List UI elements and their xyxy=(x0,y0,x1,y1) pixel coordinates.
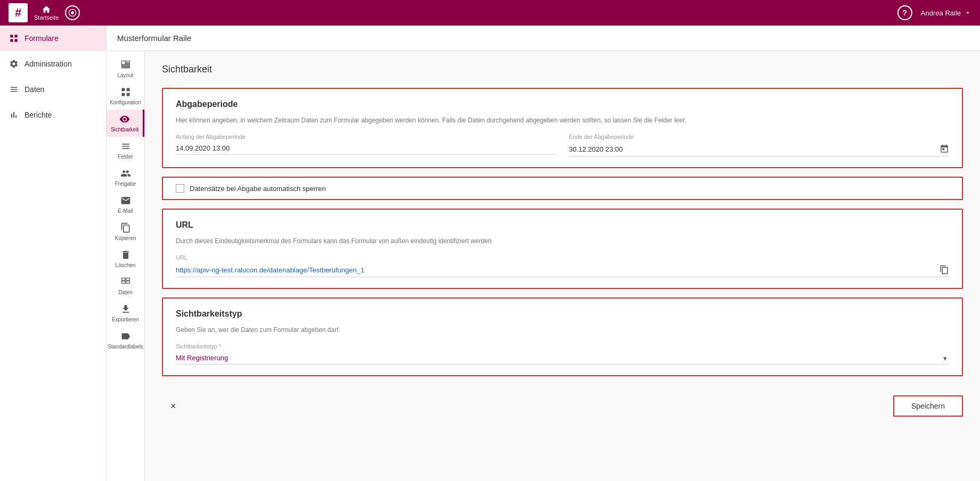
save-button[interactable]: Speichern xyxy=(893,395,963,417)
app-logo[interactable]: # xyxy=(9,3,28,22)
icon-sidebar-item-exportieren[interactable]: Exportieren xyxy=(107,300,144,327)
start-label: Anfang der Abgabeperiode xyxy=(176,134,556,140)
icon-sidebar-item-freigabe[interactable]: Freigabe xyxy=(107,164,144,191)
svg-rect-10 xyxy=(121,67,129,68)
svg-rect-6 xyxy=(121,61,125,65)
sichtbarkeitstyp-title: Sichtbarkeitstyp xyxy=(176,309,949,319)
svg-rect-4 xyxy=(10,39,13,42)
exportieren-icon xyxy=(120,304,131,314)
berichte-label: Berichte xyxy=(24,111,52,119)
sichtbarkeitstyp-select[interactable]: Öffentlich Mit Registrierung Privat xyxy=(176,352,949,364)
main-content: Sichtbarkeit Abgabeperiode Hier können a… xyxy=(145,51,980,481)
start-field-group: Anfang der Abgabeperiode 14.09.2020 13:0… xyxy=(176,134,556,156)
icon-sidebar-item-felder[interactable]: Felder xyxy=(107,137,144,164)
autosperren-row[interactable]: Datensätze bei Abgabe automatisch sperre… xyxy=(162,177,963,200)
svg-rect-17 xyxy=(126,278,129,280)
freigabe-label: Freigabe xyxy=(115,181,136,187)
cancel-button[interactable]: × xyxy=(162,396,185,416)
form-title: Musterformular Raile xyxy=(117,34,191,43)
sichtbarkeitstyp-field-label: Sichtbarkeitstyp * xyxy=(176,343,949,350)
icon-sidebar: Layout Konfiguration Sichtbarkeit Felder xyxy=(107,51,145,481)
content-title-bar: Musterformular Raile xyxy=(107,26,980,51)
copy-link-icon[interactable] xyxy=(940,265,949,275)
svg-rect-9 xyxy=(121,65,129,67)
sidebar-item-administration[interactable]: Administration xyxy=(0,51,106,77)
standardlabels-label: Standardlabels xyxy=(108,344,143,350)
svg-rect-7 xyxy=(126,61,129,63)
url-title: URL xyxy=(176,220,949,230)
sidebar-item-daten[interactable]: Daten xyxy=(0,77,106,102)
top-nav-left: # Startseite xyxy=(9,3,80,22)
abgabeperiode-desc: Hier können angeben, in welchem Zeitraum… xyxy=(176,115,949,125)
administration-icon xyxy=(9,59,19,69)
sichtbarkeit-icon xyxy=(119,114,130,125)
berichte-icon xyxy=(9,110,19,120)
kopieren-label: Kopieren xyxy=(115,235,136,241)
autosperren-label: Datensätze bei Abgabe automatisch sperre… xyxy=(190,185,326,193)
url-value: https://apiv-ng-test.ralucon.de/datenabl… xyxy=(176,266,364,274)
end-label: Ende der Abgabeperiode xyxy=(569,134,949,140)
svg-rect-15 xyxy=(121,278,125,280)
formulare-label: Formulare xyxy=(24,34,59,43)
sidebar-item-berichte[interactable]: Berichte xyxy=(0,102,106,128)
chevron-down-icon xyxy=(964,9,971,16)
home-button[interactable]: Startseite xyxy=(34,5,59,21)
icon-sidebar-item-loeschen[interactable]: Löschen xyxy=(107,245,144,272)
icon-sidebar-item-daten[interactable]: Daten xyxy=(107,272,144,300)
icon-sidebar-item-kopieren[interactable]: Kopieren xyxy=(107,218,144,245)
calendar-icon[interactable] xyxy=(940,144,949,154)
formulare-icon xyxy=(9,33,19,44)
icon-sidebar-item-layout[interactable]: Layout xyxy=(107,55,144,82)
svg-rect-16 xyxy=(121,281,125,283)
daten-label: Daten xyxy=(24,85,44,94)
felder-icon xyxy=(120,141,131,152)
administration-label: Administration xyxy=(24,60,72,68)
svg-rect-14 xyxy=(126,93,129,96)
url-value-field: https://apiv-ng-test.ralucon.de/datenabl… xyxy=(176,263,949,277)
target-icon xyxy=(68,9,77,17)
url-field-label: URL xyxy=(176,254,949,261)
konfiguration-label: Konfiguration xyxy=(110,99,141,105)
help-button[interactable]: ? xyxy=(897,5,912,20)
svg-rect-18 xyxy=(126,281,129,283)
email-label: E-Mail xyxy=(118,208,133,214)
email-icon xyxy=(120,195,131,206)
target-button[interactable] xyxy=(65,5,80,20)
svg-rect-3 xyxy=(15,35,18,37)
svg-point-1 xyxy=(71,11,74,14)
sidebar-item-formulare[interactable]: Formulare xyxy=(0,26,106,51)
home-icon xyxy=(42,5,51,14)
konfiguration-icon xyxy=(120,87,131,97)
icon-sidebar-item-konfiguration[interactable]: Konfiguration xyxy=(107,82,144,110)
user-menu[interactable]: Andrea Raile xyxy=(921,9,971,17)
autosperren-checkbox[interactable] xyxy=(176,184,184,193)
standardlabels-icon xyxy=(120,331,131,342)
top-nav-right: ? Andrea Raile xyxy=(897,5,971,20)
footer-actions: × Speichern xyxy=(162,385,963,427)
url-desc: Durch dieses Eindeutigkeitsmerkmal des F… xyxy=(176,236,949,246)
url-card: URL Durch dieses Eindeutigkeitsmerkmal d… xyxy=(162,209,963,289)
page-title: Sichtbarkeit xyxy=(162,64,963,75)
left-sidebar: Formulare Administration Daten Berichte xyxy=(0,26,107,481)
svg-rect-11 xyxy=(121,88,125,92)
sichtbarkeitstyp-card: Sichtbarkeitstyp Geben Sie an, wer die D… xyxy=(162,297,963,376)
kopieren-icon xyxy=(120,222,131,233)
top-navigation: # Startseite ? Andrea Raile xyxy=(0,0,980,26)
end-value: 30.12.2020 23:00 xyxy=(569,145,940,153)
freigabe-icon xyxy=(120,168,131,179)
abgabeperiode-title: Abgabeperiode xyxy=(176,99,949,109)
start-value: 14.09.2020 13:00 xyxy=(176,144,556,152)
daten-sidebar-icon xyxy=(120,277,131,287)
icon-sidebar-item-standardlabels[interactable]: Standardlabels xyxy=(107,327,144,354)
loeschen-label: Löschen xyxy=(116,262,136,268)
start-value-field[interactable]: 14.09.2020 13:00 xyxy=(176,142,556,155)
svg-rect-8 xyxy=(126,64,129,65)
end-value-field[interactable]: 30.12.2020 23:00 xyxy=(569,142,949,156)
sichtbarkeitstyp-desc: Geben Sie an, wer die Daten zum Formular… xyxy=(176,325,949,335)
icon-sidebar-item-email[interactable]: E-Mail xyxy=(107,191,144,218)
abgabeperiode-fields: Anfang der Abgabeperiode 14.09.2020 13:0… xyxy=(176,134,949,156)
daten-sidebar-label: Daten xyxy=(118,289,133,295)
icon-sidebar-item-sichtbarkeit[interactable]: Sichtbarkeit xyxy=(107,110,144,137)
end-field-group: Ende der Abgabeperiode 30.12.2020 23:00 xyxy=(569,134,949,156)
layout-icon xyxy=(120,60,131,70)
